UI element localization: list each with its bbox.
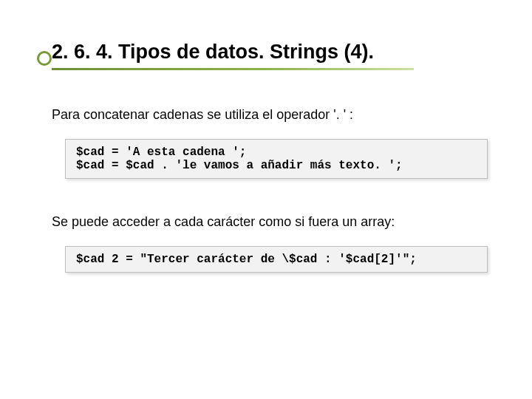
slide: 2. 6. 4. Tipos de datos. Strings (4). Pa… bbox=[0, 0, 532, 302]
paragraph-2: Se puede acceder a cada carácter como si… bbox=[52, 214, 488, 230]
title-underline bbox=[52, 68, 414, 70]
paragraph-1: Para concatenar cadenas se utiliza el op… bbox=[52, 107, 488, 123]
title-area: 2. 6. 4. Tipos de datos. Strings (4). bbox=[52, 41, 488, 70]
slide-title: 2. 6. 4. Tipos de datos. Strings (4). bbox=[52, 41, 488, 64]
bullet-icon bbox=[37, 51, 52, 66]
code-block-2: $cad 2 = "Tercer carácter de \$cad : '$c… bbox=[65, 246, 488, 273]
code-block-1: $cad = 'A esta cadena '; $cad = $cad . '… bbox=[65, 139, 488, 179]
